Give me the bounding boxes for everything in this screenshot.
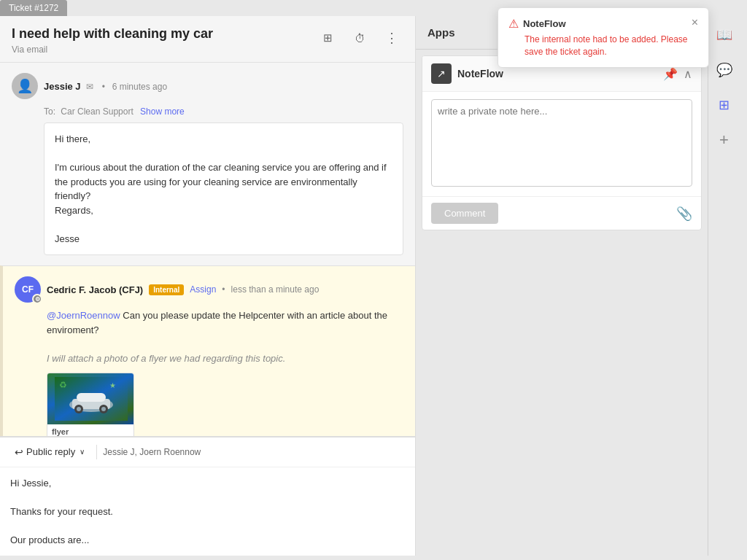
note-initials: CF	[22, 284, 34, 295]
attachment-thumbnail[interactable]: ♻ ★ flyer PNG	[47, 373, 134, 436]
comment-button[interactable]: Comment	[431, 203, 498, 224]
noteflow-icon: ↗	[431, 63, 452, 84]
reply-icon: ↩	[15, 446, 23, 458]
car-svg: ♻ ★	[55, 377, 128, 421]
internal-note: CF ⚙ Cedric F. Jacob (CFJ) Internal Assi…	[0, 265, 415, 436]
attachment-name: flyer	[52, 427, 129, 436]
customer-name: Jessie J	[44, 81, 81, 92]
noteflow-controls: 📌 ∧	[663, 67, 692, 81]
attachment-icon[interactable]: 📎	[676, 206, 692, 222]
ticket-header: I need help with cleaning my car Via ema…	[0, 16, 415, 63]
sidebar-icons: 📖 💬 ⊞ +	[708, 16, 740, 556]
note-body: @JoernRoennow Can you please update the …	[47, 308, 403, 365]
message-time: 6 minutes ago	[112, 82, 167, 92]
sidebar-item-book[interactable]: 📖	[713, 23, 736, 47]
sidebar-item-plus[interactable]: +	[713, 128, 736, 152]
reply-type-label: Public reply	[26, 446, 75, 457]
attachment-image: ♻ ★	[47, 373, 134, 424]
note-body-part2: I will attach a photo of a flyer we had …	[47, 351, 403, 366]
right-panel: Apps ↗ NoteFlow 📌 ∧ Comment	[416, 16, 708, 556]
reply-chevron-icon: ∨	[80, 448, 85, 456]
noteflow-name: NoteFlow	[457, 68, 503, 79]
svg-point-6	[77, 407, 81, 411]
message-body: Hi there, I'm curious about the duration…	[44, 122, 403, 255]
to-address: Car Clean Support	[61, 106, 133, 117]
message-line-2: I'm curious about the duration of the ca…	[55, 160, 392, 203]
ticket-label: Ticket #1272	[9, 3, 58, 13]
mention-link[interactable]: @JoernRoennow	[47, 310, 120, 321]
note-author-name: Cedric F. Jacob (CFJ)	[47, 284, 143, 295]
noteflow-widget: ↗ NoteFlow 📌 ∧ Comment 📎	[422, 55, 702, 230]
notification-title: NoteFlow	[523, 18, 566, 29]
more-icon[interactable]: ⋮	[380, 26, 403, 50]
reply-divider	[96, 445, 97, 459]
reply-area: ↩ Public reply ∨ Jessie J, Joern Roennow…	[0, 436, 415, 556]
noteflow-footer: Comment 📎	[422, 196, 701, 230]
assign-link[interactable]: Assign	[190, 284, 216, 295]
message-signature: Jesse	[55, 232, 392, 246]
message-separator: •	[102, 82, 105, 92]
noteflow-icon-symbol: ↗	[437, 68, 446, 79]
noteflow-textarea[interactable]	[431, 99, 692, 187]
collapse-icon[interactable]: ∧	[684, 67, 692, 81]
notification-popup: ⚠ NoteFlow × The internal note had to be…	[498, 7, 709, 68]
note-author-avatar: CF ⚙	[15, 276, 41, 303]
svg-point-7	[101, 407, 106, 411]
pin-icon[interactable]: 📌	[663, 67, 678, 81]
reply-line-2: Thanks for your request.	[10, 505, 405, 519]
filter-icon[interactable]: ⊞	[316, 26, 339, 50]
ticket-title: I need help with cleaning my car	[12, 26, 213, 42]
email-icon: ✉	[86, 82, 93, 92]
to-label: To:	[44, 106, 55, 117]
noteflow-body	[422, 92, 701, 196]
message-to: To: Car Clean Support Show more	[44, 106, 403, 117]
sidebar-item-chat[interactable]: 💬	[713, 58, 736, 82]
customer-avatar: 👤	[12, 73, 38, 99]
svg-text:★: ★	[109, 381, 116, 389]
attachment-info: flyer PNG	[47, 424, 133, 436]
note-attachment: ♻ ★ flyer PNG	[47, 373, 403, 436]
reply-line-1: Hi Jessie,	[10, 476, 405, 491]
reply-type-button[interactable]: ↩ Public reply ∨	[9, 443, 90, 461]
svg-rect-3	[77, 393, 106, 402]
reply-toolbar: ↩ Public reply ∨ Jessie J, Joern Roennow	[0, 438, 415, 467]
notification-warning-icon: ⚠	[508, 17, 519, 31]
show-more-link[interactable]: Show more	[140, 106, 185, 117]
ticket-via: Via email	[12, 44, 213, 55]
notification-close-button[interactable]: ×	[692, 17, 698, 28]
notification-header: ⚠ NoteFlow ×	[508, 17, 698, 31]
top-bar: Ticket #1272	[0, 0, 67, 16]
customer-message: 👤 Jessie J ✉ • 6 minutes ago To: Car Cle…	[0, 63, 415, 265]
note-time: less than a minute ago	[231, 284, 320, 295]
reply-recipients: Jessie J, Joern Roennow	[103, 447, 201, 457]
notification-body: The internal note had to be added. Pleas…	[525, 34, 698, 58]
left-panel: I need help with cleaning my car Via ema…	[0, 16, 416, 556]
note-avatar-badge: ⚙	[32, 294, 42, 304]
internal-badge: Internal	[149, 284, 184, 295]
svg-text:♻: ♻	[59, 380, 67, 390]
history-icon[interactable]: ⏱	[348, 26, 371, 50]
reply-line-3: Our products are...	[10, 533, 405, 548]
messages-area: 👤 Jessie J ✉ • 6 minutes ago To: Car Cle…	[0, 63, 415, 436]
reply-content[interactable]: Hi Jessie, Thanks for your request. Our …	[0, 467, 415, 556]
message-line-1: Hi there,	[55, 132, 392, 147]
sidebar-item-grid[interactable]: ⊞	[713, 93, 736, 117]
attachment-image-content: ♻ ★	[47, 373, 134, 424]
message-regards: Regards,	[55, 203, 392, 218]
